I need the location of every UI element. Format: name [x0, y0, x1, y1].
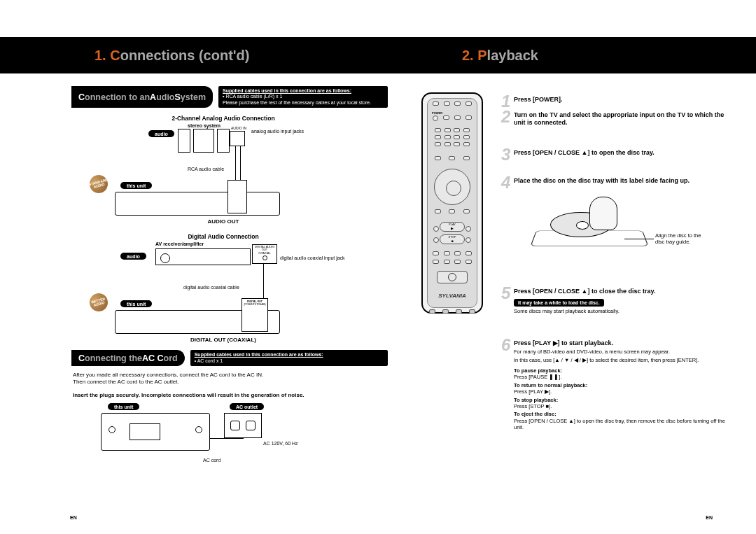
eject-text: Press [OPEN / CLOSE ▲] to open the disc …	[514, 418, 727, 431]
section-header-playback: 2. Playback	[388, 37, 756, 73]
digital-audio-out-text: DIGITAL AUDIO OUT	[253, 245, 276, 251]
remote-power-button	[433, 115, 438, 121]
ac-volt-label: AC 120V, 60 Hz	[263, 441, 298, 446]
audio-pill: audio	[148, 130, 174, 137]
remote-button	[465, 101, 472, 106]
digital-out-box-sub: (PCM/BITSTREAM)	[242, 303, 267, 306]
remote-button	[435, 128, 441, 132]
remote-button	[444, 251, 450, 255]
digital-diagram: AV receiver/amplifier audio DIGITAL AUDI…	[73, 243, 374, 344]
eject-heading: To eject the disc:	[514, 411, 727, 417]
step-3: 3 Press [OPEN / CLOSE ▲] to open the dis…	[514, 149, 727, 157]
port-panel	[130, 423, 160, 440]
stereo-system-label: stereo system	[188, 123, 220, 128]
step-number: 6	[501, 335, 510, 355]
step6-sub-a: For many of BD-video and DVD-video, a me…	[514, 349, 727, 355]
supplied-cables-box-2: Supplied cables used in this connection …	[190, 350, 388, 366]
digital-jack-label: digital audio coaxial input jack	[280, 255, 345, 260]
header-highlight: 2. P	[462, 48, 487, 64]
step6-sub-b: In this case, use [▲ / ▼ / ◀ / ▶] to sel…	[514, 357, 727, 363]
remote-button	[442, 309, 449, 314]
pause-heading: To pause playback:	[514, 367, 727, 374]
step-text: Press [POWER].	[514, 96, 727, 104]
remote-dpad	[434, 169, 470, 205]
remote-button	[443, 115, 449, 120]
ac-diagram: this unit AC outlet AC cord AC 120V, 60 …	[73, 403, 374, 468]
digital-cable-label: digital audio coaxial cable	[183, 285, 239, 290]
hand-icon	[589, 197, 617, 230]
step-6: 6 Press [PLAY ▶] to start playback. For …	[514, 339, 727, 430]
remote-row-top	[430, 101, 474, 106]
subheader-audio-system: Connection to an Audio System Supplied c…	[71, 86, 388, 108]
remote-button	[465, 226, 471, 232]
av-receiver-box	[155, 248, 251, 265]
remote-brand: SYLVANIA	[428, 293, 477, 299]
remote-button	[454, 101, 461, 106]
remote-button	[454, 251, 461, 255]
bluray-disc-icon	[448, 273, 456, 281]
speaker-right	[217, 129, 230, 153]
screw-1	[108, 426, 115, 433]
coaxial-text: COAXIAL	[253, 251, 276, 255]
remote-button	[454, 142, 460, 146]
av-receiver-label: AV receiver/amplifier	[155, 241, 204, 246]
remote-button	[435, 135, 441, 139]
page-lang-right: EN	[706, 515, 713, 520]
step-1: 1 Press [POWER].	[514, 96, 727, 104]
ac-outlet-box	[224, 413, 262, 438]
return-heading: To return to normal playback:	[514, 382, 727, 388]
screw-2	[195, 426, 202, 433]
header-rest: layback	[487, 48, 538, 64]
remote-button	[433, 260, 439, 264]
audio-pill-2: audio	[120, 253, 146, 260]
this-unit-pill: this unit	[120, 182, 152, 189]
header-highlight: 1. C	[94, 48, 120, 64]
remote-button	[469, 309, 475, 314]
digital-out-port: DIGITAL OUT (PCM/BITSTREAM)	[241, 298, 268, 332]
audio-in-label: AUDIO IN	[231, 126, 246, 130]
step-4: 4 Place the disc on the disc tray with i…	[514, 177, 727, 185]
remote-button	[449, 209, 455, 213]
remote-button	[435, 209, 441, 213]
coax-in-port: DIGITAL AUDIO OUT COAXIAL	[252, 244, 277, 264]
rca-cable-label: RCA audio cable	[188, 167, 224, 171]
step-2: 2 Turn on the TV and select the appropri…	[514, 111, 727, 127]
remote-button	[433, 251, 439, 255]
remote-button	[454, 260, 461, 264]
remote-button	[444, 260, 450, 264]
ac-para2: Then connect the AC cord to the AC outle…	[73, 379, 374, 386]
header-band: 1. Connections (cont'd) 2. Playback	[0, 37, 756, 73]
remote-row-below-dpad	[430, 209, 474, 213]
bluray-logo	[437, 271, 468, 283]
remote-button	[463, 142, 470, 146]
remote-button	[463, 156, 470, 160]
remote-button	[444, 135, 451, 139]
step-text: Place the disc on the disc tray with its…	[514, 177, 727, 185]
remote-button	[465, 251, 472, 255]
subheader-ac-label: Connecting the AC Cord	[71, 350, 185, 366]
remote-button	[465, 115, 472, 120]
step-5: 5 Press [OPEN / CLOSE ▲] to close the di…	[514, 288, 727, 315]
section-header-connections: 1. Connections (cont'd)	[0, 37, 388, 73]
header-rest: onnections (cont'd)	[120, 48, 250, 64]
stop-text: Press [STOP ■].	[514, 403, 727, 409]
disc-diagram: Align the disc to the disc tray guide.	[533, 197, 698, 278]
return-text: Press [PLAY ▶].	[514, 388, 727, 395]
audio-out-label: AUDIO OUT	[73, 218, 374, 225]
bluray-rear-2: DIGITAL OUT (PCM/BITSTREAM)	[115, 310, 280, 334]
supplied-cables-box: Supplied cables used in this connection …	[218, 86, 388, 108]
remote-row-2	[430, 115, 474, 121]
remote-button	[444, 101, 450, 106]
unit-rear-ac	[101, 413, 210, 451]
align-note: Align the disc to the disc tray guide.	[655, 233, 703, 245]
callout-line	[624, 239, 654, 239]
remote-row-bottom2	[430, 260, 474, 264]
remote-button	[463, 128, 470, 132]
subheader-ac-cord: Connecting the AC Cord Supplied cables u…	[71, 350, 388, 366]
audio-in-port	[230, 131, 245, 146]
remote-button	[435, 156, 441, 160]
better-audio-badge: BETTER AUDIO	[88, 291, 110, 314]
digital-title: Digital Audio Connection	[52, 233, 395, 240]
stereo-main	[193, 129, 214, 153]
remote-transport-row-2	[430, 237, 474, 243]
